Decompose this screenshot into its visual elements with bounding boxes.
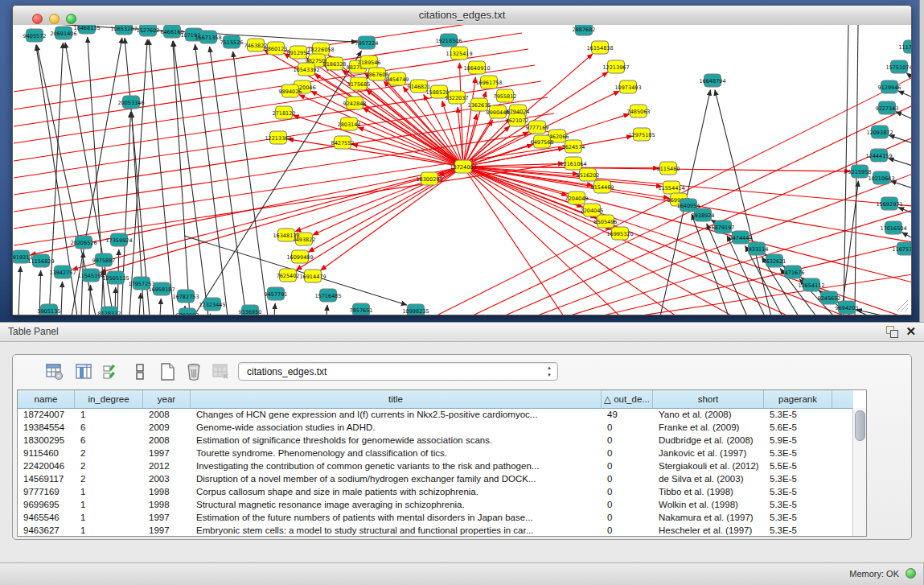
table-settings-icon[interactable]	[45, 362, 64, 381]
black-edge[interactable]	[195, 44, 228, 315]
table-cell[interactable]: 5.6E-5	[764, 421, 832, 434]
graph-node-selected[interactable]: 9322037	[446, 91, 469, 104]
graph-node[interactable]: 16782753	[172, 290, 199, 303]
black-edge[interactable]	[888, 159, 911, 166]
table-cell[interactable]: 1	[75, 511, 143, 524]
graph-node[interactable]: 9227343	[876, 101, 899, 114]
black-edge[interactable]	[149, 39, 174, 315]
black-edge[interactable]	[210, 47, 246, 315]
graph-node-selected[interactable]: 16961758	[475, 76, 502, 89]
table-vertical-scrollbar[interactable]	[852, 408, 866, 536]
table-cell[interactable]: 0	[602, 511, 653, 524]
table-cell[interactable]: Structural magnetic resonance image aver…	[191, 498, 602, 511]
table-cell[interactable]: Estimation of the future numbers of pati…	[191, 511, 602, 524]
graph-node[interactable]: 9129946	[878, 80, 901, 93]
black-edge[interactable]	[906, 73, 911, 78]
graph-node-selected[interactable]: 6497568	[531, 135, 554, 148]
graph-node[interactable]: 1527602	[137, 25, 160, 36]
table-cell[interactable]: 9777169	[18, 485, 75, 498]
table-cell[interactable]: 0	[602, 434, 653, 447]
graph-node[interactable]: 9975887	[92, 253, 116, 266]
table-cell[interactable]: 19384554	[18, 421, 75, 434]
graph-node[interactable]: 10653287	[110, 25, 137, 35]
table-cell[interactable]: 5.3E-5	[764, 498, 832, 511]
graph-node-selected[interactable]: 16914479	[299, 270, 326, 282]
graph-node-selected[interactable]: 7204049	[565, 192, 589, 204]
graph-node-selected[interactable]: 9115460	[657, 162, 680, 175]
graph-node-selected[interactable]: 9242848	[343, 97, 367, 109]
table-cell[interactable]: 2012	[143, 459, 191, 472]
graph-node-selected[interactable]: 16154838	[586, 41, 613, 54]
table-cell[interactable]: 5.3E-5	[764, 511, 832, 524]
close-panel-icon[interactable]: ✕	[906, 324, 916, 339]
table-cell[interactable]: 2	[75, 459, 143, 472]
table-cell[interactable]: Hescheler et al. (1997)	[653, 524, 764, 536]
float-panel-icon[interactable]	[886, 326, 898, 338]
graph-node-selected[interactable]: 11325419	[446, 47, 472, 60]
table-cell[interactable]: 0	[602, 498, 653, 511]
graph-node-selected[interactable]: 7625402	[277, 269, 300, 282]
table-cell[interactable]: 0	[602, 472, 653, 485]
graph-node[interactable]: 7857651	[350, 303, 373, 315]
black-edge[interactable]	[274, 303, 275, 315]
graph-node[interactable]: 8471676	[782, 266, 805, 278]
table-row[interactable]: 2242004622012Investigating the contribut…	[18, 459, 853, 472]
graph-node-selected[interactable]: 9777169	[526, 121, 549, 134]
graph-node-selected[interactable]: 2718120	[273, 106, 296, 119]
graph-node[interactable]: 9405572	[23, 29, 47, 42]
graph-node[interactable]: 2933114	[745, 242, 769, 255]
table-cell[interactable]: 2	[75, 472, 143, 485]
graph-node[interactable]: 12323445	[199, 298, 225, 311]
graph-node[interactable]: 6702902	[176, 308, 199, 315]
graph-node[interactable]: 20053346	[117, 96, 144, 109]
red-edge[interactable]	[636, 274, 911, 315]
black-edge[interactable]	[890, 181, 911, 188]
black-edge[interactable]	[715, 90, 771, 315]
table-cell[interactable]: Corpus callosum shape and size in male p…	[191, 485, 602, 498]
table-cell[interactable]: Yano et al. (2008)	[653, 408, 764, 421]
table-cell[interactable]: Changes of HCN gene expression and I(f) …	[191, 408, 602, 421]
red-edge[interactable]	[72, 167, 463, 270]
table-row[interactable]: 946362711997Embryonic stem cells: a mode…	[18, 524, 853, 536]
red-edge[interactable]	[463, 167, 911, 282]
table-cell[interactable]: 2008	[143, 434, 191, 447]
graph-node[interactable]: 9474444	[729, 231, 753, 244]
table-cell[interactable]: Estimation of significance thresholds fo…	[191, 434, 602, 447]
graph-node[interactable]: 10998235	[402, 304, 429, 315]
graph-node-selected[interactable]: 8427552	[331, 136, 355, 149]
graph-node[interactable]: 13942757	[49, 266, 76, 278]
table-cell[interactable]: 0	[602, 524, 653, 536]
table-cell[interactable]: 18724007	[18, 408, 75, 421]
graph-node[interactable]: 11545194	[77, 269, 104, 282]
graph-node[interactable]: 17016504	[880, 221, 906, 234]
table-cell[interactable]: Jankovic et al. (1997)	[653, 447, 764, 459]
table-cell[interactable]: 1998	[143, 498, 191, 511]
table-cell[interactable]: 1	[75, 498, 143, 511]
column-header-pagerank[interactable]: pagerank	[764, 390, 832, 408]
table-row[interactable]: 1456911722003Disruption of a novel membe…	[18, 472, 853, 485]
table-cell[interactable]: 49	[602, 408, 653, 421]
graph-node[interactable]: 7515526	[220, 35, 244, 48]
graph-node[interactable]: 8128312	[98, 307, 121, 315]
table-cell[interactable]: 0	[602, 485, 653, 498]
graph-node[interactable]: 19218506	[435, 34, 462, 47]
graph-node[interactable]: 12505135	[102, 271, 129, 284]
red-edge[interactable]	[463, 77, 475, 167]
new-document-icon[interactable]	[158, 362, 177, 381]
graph-node[interactable]: 12093872	[866, 126, 893, 138]
column-header-in_degree[interactable]: in_degree	[75, 390, 143, 408]
scrollbar-thumb[interactable]	[855, 410, 865, 441]
table-row[interactable]: 1938455462009Genome-wide association stu…	[18, 421, 853, 434]
table-cell[interactable]: 5.3E-5	[764, 524, 832, 536]
table-cell[interactable]: Tibbo et al. (1998)	[653, 485, 764, 498]
graph-node[interactable]: 9694203	[836, 301, 859, 314]
black-edge[interactable]	[61, 282, 63, 315]
graph-node-selected[interactable]: 7485063	[627, 105, 651, 117]
table-row[interactable]: 969969511998Structural magnetic resonanc…	[18, 498, 853, 511]
table-cell[interactable]: 2009	[143, 421, 191, 434]
graph-node[interactable]: 6879197	[712, 220, 735, 233]
table-cell[interactable]: 9115460	[18, 447, 75, 459]
black-edge[interactable]	[889, 135, 911, 143]
table-cell[interactable]: Genome-wide association studies in ADHD.	[191, 421, 602, 434]
black-edge[interactable]	[896, 112, 911, 119]
